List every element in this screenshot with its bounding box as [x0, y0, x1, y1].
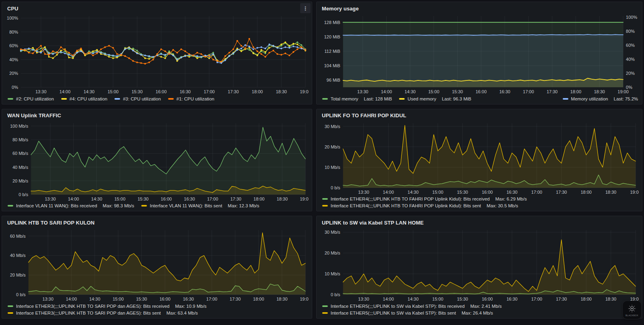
time-series-chart[interactable]: 13:3014:0014:3015:0015:3016:0016:3017:00…: [320, 227, 639, 303]
chart-area-fahri: 13:3014:0014:3015:0015:3016:0016:3017:00…: [320, 120, 639, 196]
kebab-menu-icon: ⋮: [303, 6, 308, 11]
svg-text:14:30: 14:30: [407, 190, 419, 195]
panel-header: UPLINK HTB TO SARI POP KULON: [5, 218, 309, 227]
svg-text:128 MiB: 128 MiB: [324, 20, 340, 25]
panel-title[interactable]: WAN Uplink TRAFFIC: [7, 112, 61, 118]
time-series-chart[interactable]: 13:3014:0014:3015:0015:3016:0016:3017:00…: [5, 227, 309, 303]
legend-label: Interface VLAN 11 WAN(): Bits received: [16, 203, 97, 208]
svg-text:13:30: 13:30: [35, 89, 46, 94]
svg-text:17:00: 17:00: [523, 89, 534, 94]
svg-text:30 Mb/s: 30 Mb/s: [325, 230, 341, 235]
legend-item[interactable]: Interface ETHER5(;;;UPLINK to SW via Kab…: [322, 311, 493, 315]
chart-area-sari: 13:3014:0014:3015:0015:3016:0016:3017:00…: [5, 227, 309, 303]
legend: Total memoryLast: 128 MiBUsed memoryLast…: [320, 95, 639, 101]
legend-item[interactable]: Total memoryLast: 128 MiB: [322, 96, 392, 101]
legend-item[interactable]: #1: CPU utilization: [168, 96, 215, 101]
legend-stat: Max: 12.3 Mb/s: [228, 203, 259, 208]
svg-text:14:00: 14:00: [60, 89, 71, 94]
legend-stat: Max: 30.5 Mb/s: [487, 203, 518, 208]
legend-item[interactable]: #2: CPU utilization: [8, 96, 54, 101]
legend-item[interactable]: Interface ETHER4(;;;UPLINK HTB TO FAHRI …: [322, 197, 527, 201]
svg-text:16:00: 16:00: [475, 89, 487, 94]
svg-text:14:30: 14:30: [407, 297, 419, 301]
blackbox-logo-icon: [627, 303, 637, 314]
svg-text:17:30: 17:30: [230, 197, 241, 201]
svg-text:16:30: 16:30: [506, 297, 518, 301]
svg-text:15:30: 15:30: [452, 89, 463, 94]
time-series-chart[interactable]: 13:3014:0014:3015:0015:3016:0016:3017:00…: [320, 120, 639, 196]
svg-text:18:00: 18:00: [252, 89, 263, 94]
legend-item[interactable]: #3: CPU utilization: [114, 96, 161, 101]
svg-text:19:00: 19:00: [630, 190, 639, 195]
x-axis: 13:3014:0014:3015:0015:3016:0016:3017:00…: [42, 297, 309, 301]
panel-title[interactable]: Memory usage: [322, 6, 359, 12]
svg-text:16:00: 16:00: [159, 297, 171, 301]
svg-text:17:30: 17:30: [230, 297, 241, 301]
svg-text:14:00: 14:00: [68, 197, 79, 201]
blackbox-watermark[interactable]: BLACKBOX: [623, 301, 641, 319]
svg-text:15:30: 15:30: [457, 190, 468, 195]
legend-item[interactable]: #4: CPU utilization: [61, 96, 108, 101]
svg-text:16:30: 16:30: [184, 197, 195, 201]
svg-text:17:00: 17:00: [204, 89, 215, 94]
svg-text:30 Mb/s: 30 Mb/s: [325, 124, 341, 128]
legend-label: Memory utilization: [571, 96, 608, 101]
legend-item[interactable]: Interface ETHER5(;;;UPLINK to SW via Kab…: [322, 304, 502, 309]
svg-text:15:00: 15:00: [114, 197, 126, 201]
svg-text:15:00: 15:00: [112, 297, 124, 301]
svg-text:100%: 100%: [7, 16, 18, 20]
svg-text:40 Mb/s: 40 Mb/s: [12, 165, 28, 169]
legend-swatch: [168, 98, 174, 100]
legend-item[interactable]: Interface VLAN 11 WAN(): Bits sentMax: 1…: [141, 203, 259, 208]
chart-area-stp: 13:3014:0014:3015:0015:3016:0016:3017:00…: [320, 227, 639, 303]
time-series-chart[interactable]: 13:3014:0014:3015:0015:3016:0016:3017:00…: [5, 13, 309, 95]
svg-text:13:30: 13:30: [357, 89, 369, 94]
legend-label: Interface ETHER3(;;;UPLINK HTB TO SARI P…: [16, 311, 161, 315]
panel-title[interactable]: UPLINK HTB TO SARI POP KULON: [7, 220, 94, 226]
legend-item[interactable]: Used memoryLast: 96.3 MiB: [399, 96, 471, 101]
panel-header: CPU: [5, 4, 309, 13]
legend-swatch: [8, 305, 13, 307]
dashboard-grid: CPU⋮13:3014:0014:3015:0015:3016:0016:301…: [0, 0, 644, 325]
svg-text:18:30: 18:30: [277, 297, 288, 301]
svg-text:16:30: 16:30: [180, 89, 191, 94]
series-1-memory-utilization: [343, 34, 623, 87]
x-axis: 13:3014:0014:3015:0015:3016:0016:3017:00…: [35, 89, 309, 94]
panel-menu-button[interactable]: ⋮: [300, 3, 311, 13]
svg-text:18:00: 18:00: [570, 89, 582, 94]
series-0-bits-received: [31, 127, 305, 194]
svg-text:20%: 20%: [9, 71, 18, 76]
svg-text:40%: 40%: [626, 57, 635, 62]
panel-title[interactable]: UPLINK to SW via Kabel STP LAN HOME: [322, 220, 424, 226]
svg-text:16:00: 16:00: [482, 190, 493, 195]
panel-title[interactable]: UPLINK FO TO FAHRI POP KIDUL: [322, 112, 406, 118]
svg-text:80%: 80%: [9, 30, 18, 34]
svg-text:20 Mb/s: 20 Mb/s: [10, 273, 26, 278]
series-1-bits-sent: [343, 125, 636, 188]
panel-fahri: UPLINK FO TO FAHRI POP KIDUL13:3014:0014…: [316, 109, 642, 212]
legend-swatch: [322, 312, 328, 314]
panel-header: WAN Uplink TRAFFIC: [5, 111, 309, 120]
legend-item[interactable]: Memory utilizationLast: 75.2%: [563, 96, 638, 101]
svg-text:13:30: 13:30: [42, 297, 54, 301]
time-series-chart[interactable]: 13:3014:0014:3015:0015:3016:0016:3017:00…: [320, 13, 639, 95]
legend-stat: Max: 6.29 Mb/s: [496, 197, 527, 201]
legend-item[interactable]: Interface ETHER3(;;;UPLINK HTB TO SARI P…: [8, 304, 207, 309]
x-axis: 13:3014:0014:3015:0015:3016:0016:3017:00…: [358, 190, 639, 195]
svg-text:0 b/s: 0 b/s: [19, 192, 28, 197]
legend-right-group: Memory utilizationLast: 75.2%: [563, 96, 638, 101]
series-1-bits-sent: [343, 240, 636, 295]
series-3--1-cpu-utilization: [20, 38, 306, 64]
legend-swatch: [322, 198, 328, 200]
legend-item[interactable]: Interface VLAN 11 WAN(): Bits receivedMa…: [8, 203, 134, 208]
y-axis: 0 b/s10 Mb/s20 Mb/s30 Mb/s: [325, 124, 341, 190]
svg-text:15:00: 15:00: [108, 89, 119, 94]
svg-text:15:30: 15:30: [138, 197, 149, 201]
svg-text:60 Mb/s: 60 Mb/s: [10, 234, 26, 239]
legend-label: Interface ETHER4(;;;UPLINK HTB TO FAHRI …: [331, 197, 490, 201]
time-series-chart[interactable]: 13:3014:0014:3015:0015:3016:0016:3017:00…: [5, 120, 309, 203]
svg-text:16:00: 16:00: [482, 297, 493, 301]
panel-title[interactable]: CPU: [7, 6, 18, 12]
legend-item[interactable]: Interface ETHER3(;;;UPLINK HTB TO SARI P…: [8, 311, 198, 315]
legend-item[interactable]: Interface ETHER4(;;;UPLINK HTB TO FAHRI …: [322, 203, 518, 208]
